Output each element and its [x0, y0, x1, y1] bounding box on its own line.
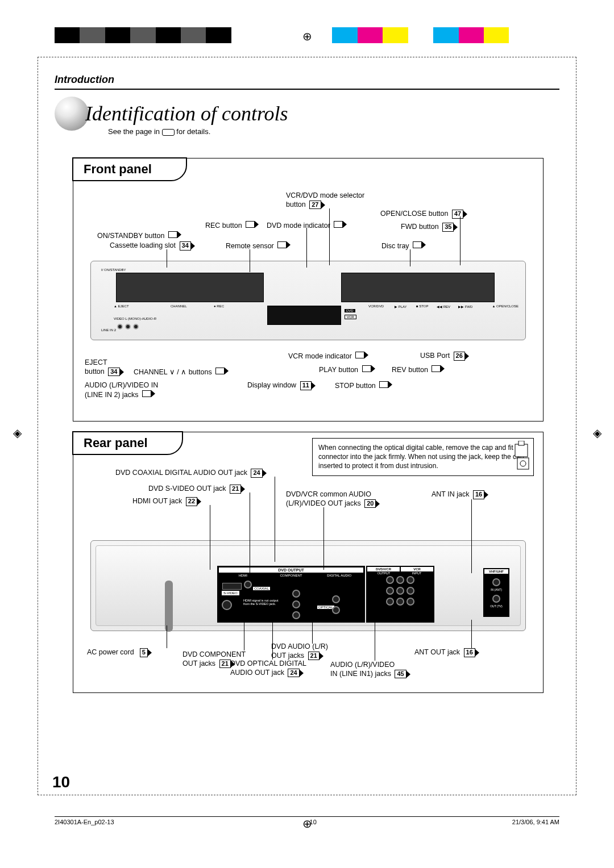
svg-rect-0 [515, 444, 528, 457]
footer: 2I40301A-En_p02-13 10 21/3/06, 9:41 AM [55, 816, 559, 825]
svg-point-3 [520, 461, 526, 466]
page-title: Identification of controls [55, 97, 288, 131]
callout-cassette-slot: Cassette loading slot 34 [110, 241, 191, 251]
callout-dvd-indicator: DVD mode indicator [267, 221, 343, 231]
callout-channel: CHANNEL ∨ / ∧ buttons [134, 368, 225, 377]
rear-device-illustration: DVD OUTPUT HDMI COMPONENT DIGITAL AUDIO … [90, 540, 526, 631]
callout-hdmi: HDMI OUT jack 22 [132, 497, 197, 506]
callout-play: PLAY button [319, 365, 371, 375]
callout-vcr-indicator: VCR mode indicator [288, 352, 364, 361]
callout-open-close: OPEN/CLOSE button 47 [380, 210, 463, 219]
callout-coaxial: DVD COAXIAL DIGITAL AUDIO OUT jack 24 [115, 469, 263, 478]
callout-eject: EJECT button 34 [85, 358, 120, 376]
registration-mark-right: ◈ [591, 426, 603, 437]
registration-mark-left: ◈ [11, 426, 23, 437]
callout-rev: REV button [392, 365, 441, 375]
page-number: 10 [52, 773, 70, 791]
front-panel-box: Front panel VCR/DVD mode selector button… [73, 158, 544, 422]
title-sphere-icon [55, 97, 89, 131]
callout-usb: USB Port 26 [420, 352, 465, 361]
optical-cable-note: When connecting the optical digital cabl… [312, 438, 534, 476]
callout-audio-in: AUDIO (L/R)/VIDEO IN (LINE IN 2) jacks [85, 381, 158, 399]
front-panel-heading: Front panel [72, 157, 187, 181]
callout-disc-tray: Disc tray [381, 241, 422, 251]
callout-svideo: DVD S-VIDEO OUT jack 21 [148, 485, 241, 494]
callout-fwd: FWD button 35 [401, 223, 454, 232]
callout-ant-out: ANT OUT jack 16 [414, 648, 475, 657]
callout-remote-sensor: Remote sensor [226, 241, 287, 251]
callout-optical: DVD OPTICAL DIGITAL AUDIO OUT jack 24 [230, 660, 306, 677]
callout-common-av: DVD/VCR common AUDIO (L/R)/VIDEO OUT jac… [286, 490, 376, 508]
title-text: Identification of controls [85, 102, 288, 126]
svg-rect-1 [518, 441, 524, 445]
callout-rec: REC button [205, 221, 255, 231]
callout-stop: STOP button [335, 381, 388, 391]
callout-display: Display window 11 [247, 381, 312, 390]
rear-panel-heading: Rear panel [72, 431, 183, 455]
footer-date: 21/3/06, 9:41 AM [512, 819, 559, 825]
subtitle: See the page in for details. [108, 127, 210, 136]
footer-page: 10 [310, 819, 317, 825]
callout-ac-cord: AC power cord 5 [87, 648, 148, 657]
header-rule [55, 89, 559, 90]
optical-plug-icon [512, 441, 534, 471]
callout-mode-selector: VCR/DVD mode selector button 27 [286, 191, 364, 209]
footer-file: 2I40301A-En_p02-13 [55, 819, 114, 825]
callout-av-in: AUDIO (L/R)/VIDEO IN (LINE IN1) jacks 45 [330, 661, 406, 678]
callout-ant-in: ANT IN jack 16 [432, 490, 484, 499]
callout-dvd-audio: DVD AUDIO (L/R) OUT jacks 21 [271, 642, 328, 660]
front-device-illustration: I/ ON/STANDBY ▲ EJECT CHANNEL ● REC VIDE… [90, 261, 526, 340]
rear-panel-box: Rear panel When connecting the optical d… [73, 432, 544, 693]
section-header: Introduction [55, 74, 114, 86]
callout-on-standby: ON/STANDBY button [97, 231, 177, 241]
registration-mark-top: ⊕ [301, 30, 313, 41]
